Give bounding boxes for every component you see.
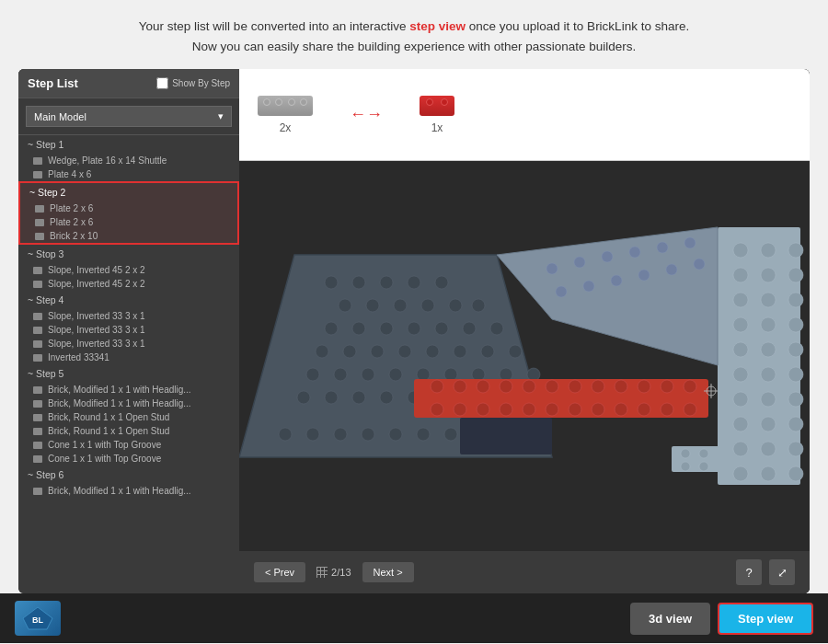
list-item[interactable]: Brick 2 x 10 <box>20 229 237 243</box>
sidebar-title: Step List <box>28 76 78 90</box>
part-group-red: 1x <box>420 96 454 134</box>
brick-icon <box>33 313 42 320</box>
nav-right: ? ⤢ <box>736 559 795 585</box>
red-brick <box>420 96 454 116</box>
show-by-step-checkbox[interactable] <box>156 77 168 89</box>
list-item[interactable]: Brick, Round 1 x 1 Open Stud <box>18 410 239 424</box>
nav-bar: < Prev 2/13 Next > ? ⤢ <box>239 551 810 593</box>
svg-point-123 <box>684 403 696 416</box>
next-button[interactable]: Next > <box>362 562 414 582</box>
brick-icon <box>33 386 42 394</box>
svg-point-110 <box>661 380 673 393</box>
svg-point-47 <box>306 428 319 441</box>
step-view-button[interactable]: Step view <box>718 603 813 635</box>
svg-point-122 <box>661 403 673 416</box>
list-item[interactable]: Wedge, Plate 16 x 14 Shuttle <box>18 154 239 167</box>
svg-point-111 <box>684 380 696 393</box>
step-6-header[interactable]: ~ Step 6 <box>18 466 239 484</box>
svg-point-21 <box>343 345 356 358</box>
svg-point-50 <box>389 428 402 441</box>
svg-point-75 <box>761 392 776 407</box>
parts-arrow: ←→ <box>350 105 383 124</box>
list-item[interactable]: Plate 4 x 6 <box>18 167 239 181</box>
svg-point-128 <box>681 462 690 471</box>
brick-icon <box>33 428 42 435</box>
list-item[interactable]: Cone 1 x 1 with Top Groove <box>18 452 239 466</box>
svg-point-29 <box>334 368 347 381</box>
svg-point-72 <box>761 367 776 382</box>
list-item[interactable]: Brick, Modified 1 x 1 with Headlig... <box>18 397 239 410</box>
list-item[interactable]: Slope, Inverted 33 3 x 1 <box>18 323 239 337</box>
list-item[interactable]: Inverted 33341 <box>18 351 239 364</box>
expand-button[interactable]: ⤢ <box>769 559 795 585</box>
svg-point-35 <box>500 368 512 381</box>
model-dropdown[interactable]: Main Model ▾ <box>26 106 232 127</box>
svg-point-63 <box>761 293 776 307</box>
list-item[interactable]: Slope, Inverted 33 3 x 1 <box>18 337 239 351</box>
svg-point-64 <box>788 293 803 307</box>
svg-point-51 <box>417 428 430 441</box>
top-message: Your step list will be converted into an… <box>0 0 828 69</box>
svg-point-17 <box>435 322 448 335</box>
svg-point-38 <box>325 391 338 404</box>
list-item[interactable]: Cone 1 x 1 with Top Groove <box>18 438 239 452</box>
list-item[interactable]: Plate 2 x 6 <box>20 215 237 229</box>
svg-point-48 <box>334 428 347 441</box>
svg-point-129 <box>699 462 708 471</box>
list-item[interactable]: Slope, Inverted 33 3 x 1 <box>18 309 239 323</box>
svg-point-83 <box>733 466 748 481</box>
3d-view-button[interactable]: 3d view <box>630 603 710 635</box>
brick-icon <box>33 488 42 495</box>
part-count-red: 1x <box>431 121 443 134</box>
page-number: 2/13 <box>331 567 351 578</box>
step-group-1: ~ Step 1 Wedge, Plate 16 x 14 Shuttle Pl… <box>18 135 239 181</box>
list-item[interactable]: Slope, Inverted 45 2 x 2 <box>18 277 239 291</box>
svg-point-20 <box>316 345 328 358</box>
step-5-header[interactable]: ~ Step 5 <box>18 364 239 383</box>
svg-point-23 <box>398 345 411 358</box>
sidebar-content[interactable]: ~ Step 1 Wedge, Plate 16 x 14 Shuttle Pl… <box>18 135 239 593</box>
step-4-header[interactable]: ~ Step 4 <box>18 291 239 309</box>
svg-rect-55 <box>718 227 800 485</box>
svg-point-24 <box>426 345 439 358</box>
svg-point-126 <box>681 449 690 458</box>
step-2-header[interactable]: ~ Step 2 <box>20 183 237 201</box>
svg-point-67 <box>788 317 803 332</box>
svg-point-91 <box>657 242 668 253</box>
svg-point-80 <box>733 442 748 456</box>
stud <box>263 98 270 106</box>
svg-point-73 <box>788 367 803 382</box>
svg-point-30 <box>362 368 374 381</box>
svg-point-116 <box>523 403 535 416</box>
show-by-step[interactable]: Show By Step <box>156 77 230 89</box>
step-group-4: ~ Step 4 Slope, Inverted 33 3 x 1 Slope,… <box>18 291 239 364</box>
list-item[interactable]: Slope, Inverted 45 2 x 2 <box>18 263 239 277</box>
svg-point-36 <box>527 368 540 381</box>
svg-point-69 <box>761 342 776 357</box>
step-1-header[interactable]: ~ Step 1 <box>18 135 239 154</box>
list-item[interactable]: Brick, Modified 1 x 1 with Headlig... <box>18 484 239 498</box>
stud <box>275 98 282 106</box>
svg-point-108 <box>615 380 627 393</box>
parts-strip: 2x ←→ 1x <box>239 69 810 161</box>
logo-badge: BL <box>15 601 61 636</box>
svg-point-94 <box>583 281 594 292</box>
model-view <box>239 161 810 551</box>
svg-point-34 <box>472 368 485 381</box>
sidebar-header: Step List Show By Step <box>18 69 239 98</box>
svg-point-18 <box>463 322 476 335</box>
step-3-header[interactable]: ~ Stop 3 <box>18 245 239 263</box>
list-item[interactable]: Plate 2 x 6 <box>20 201 237 215</box>
svg-point-11 <box>449 299 462 312</box>
svg-point-109 <box>638 380 650 393</box>
prev-button[interactable]: < Prev <box>254 562 305 582</box>
brick-icon <box>35 205 44 213</box>
svg-point-81 <box>761 442 776 456</box>
list-item[interactable]: Brick, Round 1 x 1 Open Stud <box>18 424 239 438</box>
svg-point-2 <box>325 276 338 289</box>
nav-left: < Prev 2/13 Next > <box>254 562 414 582</box>
help-button[interactable]: ? <box>736 559 762 585</box>
list-item[interactable]: Brick, Modified 1 x 1 with Headlig... <box>18 383 239 397</box>
svg-point-78 <box>761 417 776 431</box>
svg-point-115 <box>500 403 512 416</box>
